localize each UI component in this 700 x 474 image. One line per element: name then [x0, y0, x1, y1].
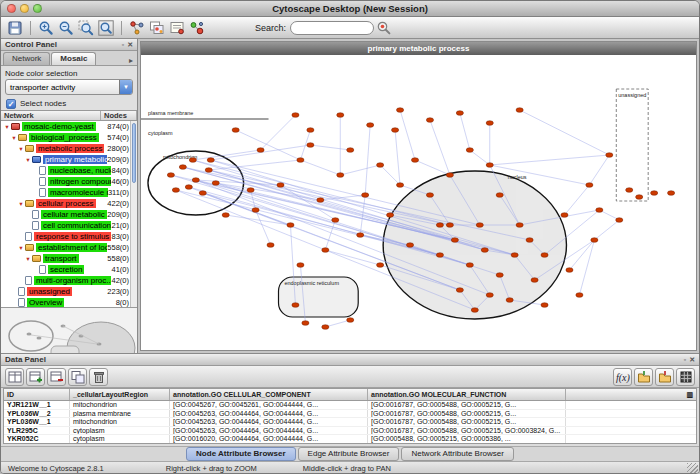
- tree-header-network[interactable]: Network: [1, 111, 101, 120]
- table-row-yjr121w-1[interactable]: YJR121W__1mitochondrion[GO:0045267, GO:0…: [4, 401, 696, 410]
- tab-network[interactable]: Network: [3, 52, 50, 65]
- table-cell[interactable]: YPL036W__2: [4, 410, 70, 418]
- export-attributes-icon[interactable]: [655, 368, 674, 386]
- network-node[interactable]: [185, 185, 192, 190]
- network-node[interactable]: [411, 158, 418, 163]
- tree-item-cellular-process[interactable]: ▼cellular process422(0): [1, 198, 130, 209]
- network-node[interactable]: [292, 303, 299, 308]
- table-cell[interactable]: [GO:0045263, GO:0044464, GO:0044444, G..…: [170, 410, 368, 418]
- network-node[interactable]: [396, 183, 403, 188]
- network-node[interactable]: [481, 248, 488, 253]
- network-node[interactable]: [668, 191, 675, 196]
- network-node[interactable]: [377, 263, 384, 268]
- table-cell[interactable]: cytoplasm: [70, 435, 170, 443]
- tree-item-multi-organism-proc[interactable]: multi-organism proc...42(0): [1, 275, 130, 286]
- network-view-title[interactable]: primary metabolic process: [141, 42, 696, 55]
- network-node[interactable]: [531, 278, 538, 283]
- network-node[interactable]: [391, 128, 398, 133]
- tree-expand-icon[interactable]: ▼: [24, 157, 32, 163]
- network-node[interactable]: [347, 148, 354, 153]
- table-cell[interactable]: plasma membrane: [70, 410, 170, 418]
- matrix-icon[interactable]: [676, 368, 695, 386]
- float-panel-icon[interactable]: ▫: [122, 41, 124, 49]
- tree-expand-icon[interactable]: ▼: [24, 256, 32, 262]
- table-cell[interactable]: cytoplasm: [70, 427, 170, 435]
- network-node[interactable]: [322, 325, 329, 330]
- close-panel-icon[interactable]: ✕: [127, 41, 133, 49]
- table-cell[interactable]: [GO:0045263, GO:0044464, GO:0044444, G..…: [170, 418, 368, 426]
- network-canvas-svg[interactable]: plasma membranecytoplasmmitochondrionnuc…: [141, 55, 696, 350]
- column-header-cellularlayoutregion[interactable]: _cellularLayoutRegion: [70, 389, 170, 400]
- column-header-id[interactable]: ID: [4, 389, 70, 400]
- tree-header-nodes[interactable]: Nodes: [101, 111, 137, 120]
- table-cell[interactable]: [GO:0016787, GO:0005488, GO:0005215, G..…: [368, 418, 566, 426]
- network-node[interactable]: [167, 173, 174, 178]
- network-node[interactable]: [232, 128, 239, 133]
- network-node[interactable]: [337, 173, 344, 178]
- network-node[interactable]: [626, 188, 633, 193]
- table-cell[interactable]: [GO:0016787, GO:0005488, GO:0005215, G..…: [368, 410, 566, 418]
- network-node[interactable]: [606, 153, 613, 158]
- select-nodes-checkbox[interactable]: ✓: [6, 99, 16, 109]
- float-panel-icon[interactable]: ▫: [684, 356, 686, 364]
- network-node[interactable]: [651, 191, 658, 196]
- network-node[interactable]: [292, 113, 299, 118]
- network-node[interactable]: [591, 238, 598, 243]
- zoom-out-icon[interactable]: [56, 18, 76, 37]
- tree-expand-icon[interactable]: ▼: [17, 245, 25, 251]
- tab-network-attribute-browser[interactable]: Network Attribute Browser: [401, 447, 513, 461]
- close-panel-icon[interactable]: ✕: [689, 356, 695, 364]
- enhanced-search-icon[interactable]: [374, 18, 394, 37]
- network-node[interactable]: [471, 308, 478, 313]
- network-node[interactable]: [486, 293, 493, 298]
- network-node[interactable]: [332, 218, 339, 223]
- import-attributes-icon[interactable]: [634, 368, 653, 386]
- tree-expand-icon[interactable]: ▼: [10, 135, 18, 141]
- tab-edge-attribute-browser[interactable]: Edge Attribute Browser: [298, 447, 400, 461]
- network-node[interactable]: [287, 223, 294, 228]
- network-node[interactable]: [207, 158, 214, 163]
- network-node[interactable]: [307, 143, 314, 148]
- zoom-fit-icon[interactable]: [96, 18, 116, 37]
- tree-item-cell-communication[interactable]: cell communication21(0): [1, 220, 130, 231]
- network-node[interactable]: [496, 193, 503, 198]
- tree-item-establishment-of-loc[interactable]: ▼establishment of loc...558(0): [1, 242, 130, 253]
- network-node[interactable]: [406, 243, 413, 248]
- table-row-ypl036w-1[interactable]: YPL036W__1mitochondrion[GO:0045263, GO:0…: [4, 418, 696, 427]
- titlebar[interactable]: Cytoscape Desktop (New Session): [1, 1, 699, 17]
- zoom-in-icon[interactable]: [36, 18, 56, 37]
- network-node[interactable]: [179, 165, 186, 170]
- table-cell[interactable]: [GO:0045267, GO:0045261, GO:0044444, G..…: [170, 401, 368, 409]
- table-row-ylr295c[interactable]: YLR295Ccytoplasm[GO:0045263, GO:0044464,…: [4, 427, 696, 436]
- network-node[interactable]: [387, 213, 394, 218]
- table-cell[interactable]: mitochondrion: [70, 401, 170, 409]
- resize-grip[interactable]: [687, 463, 698, 474]
- network-node[interactable]: [367, 123, 374, 128]
- table-cell[interactable]: YPL036W__1: [4, 418, 70, 426]
- tree-item-primary-metabolic-process[interactable]: ▼primary metabolic process209(0): [1, 154, 130, 165]
- save-session-icon[interactable]: [5, 18, 25, 37]
- network-node[interactable]: [307, 128, 314, 133]
- table-row-ypl036w-2[interactable]: YPL036W__2plasma membrane[GO:0045263, GO…: [4, 410, 696, 419]
- annotation-icon[interactable]: [167, 18, 187, 37]
- tree-item-unassigned[interactable]: unassigned223(0): [1, 286, 130, 297]
- create-attribute-icon[interactable]: [26, 368, 45, 386]
- network-node[interactable]: [189, 158, 196, 163]
- network-node[interactable]: [199, 191, 206, 196]
- network-node[interactable]: [362, 193, 369, 198]
- network-node[interactable]: [456, 288, 463, 293]
- tree-item-cellular-metabolic-pro[interactable]: cellular metabolic pro...209(0): [1, 209, 130, 220]
- table-cell[interactable]: [GO:0005488, GO:0005215, GO:0005386, ...: [368, 435, 566, 443]
- table-cell[interactable]: mitochondrion: [70, 418, 170, 426]
- tree-item-nucleobase-nucleoside[interactable]: nucleobase, nucleoside...84(0): [1, 165, 130, 176]
- network-node[interactable]: [222, 213, 229, 218]
- network-node[interactable]: [596, 208, 603, 213]
- network-node[interactable]: [486, 163, 493, 168]
- network-node[interactable]: [496, 273, 503, 278]
- column-options-icon[interactable]: ▥: [566, 389, 696, 400]
- copy-attribute-icon[interactable]: [68, 368, 87, 386]
- network-node[interactable]: [446, 173, 453, 178]
- tree-item-macromolecule-metab[interactable]: macromolecule metab...311(0): [1, 187, 130, 198]
- network-node[interactable]: [297, 263, 304, 268]
- delete-attribute-icon[interactable]: [47, 368, 66, 386]
